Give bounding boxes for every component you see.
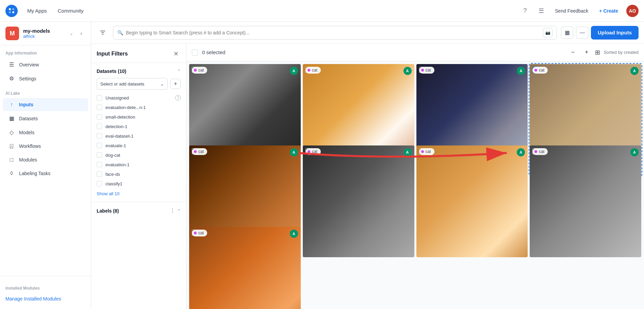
- nav-links: My Apps Community: [23, 6, 87, 16]
- image-tag-2: cat: [419, 67, 434, 74]
- dataset-name-3: detection-1: [105, 124, 181, 129]
- dataset-select-placeholder: Select or add datasets: [100, 81, 144, 87]
- app-owner[interactable]: alfrick: [23, 34, 66, 39]
- content-body: Input Filters ✕ Datasets (10) ⌃ Select o…: [91, 44, 644, 309]
- labels-collapse-button[interactable]: ⌃: [177, 208, 181, 213]
- sidebar-item-inputs-label: Inputs: [19, 102, 33, 107]
- logo-dot-1: [9, 8, 11, 10]
- image-user-avatar-8: A: [290, 230, 298, 238]
- logo[interactable]: [5, 5, 18, 17]
- grid-icon-button[interactable]: ▦: [561, 27, 573, 39]
- dataset-checkbox-5[interactable]: [97, 143, 102, 148]
- tag-label-8: cat: [198, 231, 204, 235]
- dataset-item-4: eval-dataset-1: [97, 131, 181, 141]
- dataset-name-7: evaluation-1: [105, 162, 181, 167]
- target-icon-button[interactable]: ⸻: [576, 27, 588, 39]
- search-input[interactable]: [126, 30, 540, 35]
- image-cell-5[interactable]: cat A: [303, 145, 414, 257]
- upload-inputs-button[interactable]: Upload Inputs: [591, 26, 639, 40]
- image-cell-8[interactable]: cat A: [189, 227, 301, 309]
- grid-toolbar: 0 selected − + ⊞ Sorted by created: [186, 44, 644, 61]
- sidebar-item-inputs[interactable]: ↑ Inputs: [3, 98, 88, 111]
- sidebar-item-models[interactable]: ◇ Models: [3, 126, 88, 139]
- top-nav: My Apps Community ? ☰ Send Feedback + Cr…: [0, 0, 644, 22]
- notifications-button[interactable]: ☰: [536, 5, 547, 16]
- dataset-item-1: evaluation-dete...n-1: [97, 103, 181, 112]
- dataset-help-unassigned[interactable]: ?: [175, 95, 181, 101]
- view-toggle-button[interactable]: ⊞: [595, 49, 600, 56]
- labels-options-button[interactable]: ⋮: [170, 207, 175, 214]
- sidebar-item-overview[interactable]: ☰ Overview: [3, 58, 88, 71]
- add-dataset-button[interactable]: +: [170, 79, 181, 89]
- dataset-checkbox-9[interactable]: [97, 181, 102, 186]
- tag-label-6: cat: [426, 149, 431, 154]
- image-search-icon[interactable]: 📷: [543, 28, 552, 37]
- image-user-avatar-2: A: [517, 67, 525, 75]
- dataset-checkbox-2[interactable]: [97, 114, 102, 120]
- logo-dot-2: [12, 8, 14, 10]
- image-user-avatar-1: A: [403, 67, 412, 75]
- main-layout: M my-models alfrick ⌄ ‹ App Information …: [0, 22, 644, 309]
- search-bar: 🔍 📷: [113, 26, 557, 40]
- tag-dot-8: [194, 232, 197, 234]
- app-name: my-models: [23, 28, 66, 34]
- image-user-avatar-4: A: [290, 148, 298, 156]
- image-tag-0: cat: [192, 67, 207, 74]
- content-area: 🔍 📷 ▦ ⸻ Upload Inputs Input Filters ✕ Da: [91, 22, 644, 309]
- sidebar-item-labeling-tasks[interactable]: ◊ Labeling Tasks: [3, 167, 88, 180]
- tag-dot-3: [534, 69, 537, 72]
- image-grid-area: 0 selected − + ⊞ Sorted by created: [186, 44, 644, 309]
- sidebar-item-labeling-tasks-label: Labeling Tasks: [19, 171, 50, 176]
- user-avatar[interactable]: AO: [626, 5, 639, 17]
- dataset-checkbox-4[interactable]: [97, 133, 102, 139]
- labels-section: Labels (8) ⋮ ⌃: [91, 202, 186, 219]
- sidebar-item-workflows-label: Workflows: [19, 143, 41, 149]
- tag-dot-4: [194, 150, 197, 153]
- dataset-item-8: face-ds: [97, 169, 181, 179]
- dataset-select[interactable]: Select or add datasets ⌄: [97, 78, 168, 90]
- logo-dot-3: [9, 11, 11, 13]
- datasets-collapse-button[interactable]: ⌃: [177, 69, 181, 74]
- dataset-checkbox-3[interactable]: [97, 124, 102, 129]
- manage-installed-modules-link[interactable]: Manage Installed Modules: [0, 293, 91, 305]
- nav-link-my-apps[interactable]: My Apps: [23, 6, 51, 16]
- zoom-in-button[interactable]: +: [581, 47, 592, 58]
- models-icon: ◇: [8, 129, 15, 136]
- dataset-name-8: face-ds: [105, 172, 181, 177]
- dataset-checkbox-6[interactable]: [97, 152, 102, 158]
- dataset-name-unassigned: Unassigned: [105, 95, 172, 101]
- app-dropdown-chevron[interactable]: ⌄: [70, 31, 73, 36]
- dataset-checkbox-unassigned[interactable]: [97, 95, 102, 101]
- dataset-name-1: evaluation-dete...n-1: [105, 105, 181, 110]
- create-button[interactable]: + Create: [596, 6, 621, 16]
- select-all-checkbox[interactable]: [192, 49, 198, 56]
- datasets-icon: ▦: [8, 115, 15, 122]
- image-cell-6[interactable]: cat A: [416, 145, 528, 257]
- filter-button[interactable]: [97, 27, 109, 39]
- dataset-checkbox-8[interactable]: [97, 171, 102, 177]
- dataset-item-2: small-detection: [97, 112, 181, 122]
- image-cell-7[interactable]: cat A: [530, 145, 641, 257]
- filter-panel-close-button[interactable]: ✕: [171, 49, 181, 59]
- sidebar-item-modules[interactable]: □ Modules: [3, 153, 88, 166]
- app-info: my-models alfrick: [23, 28, 66, 39]
- dataset-checkbox-7[interactable]: [97, 162, 102, 167]
- installed-modules-label: Installed Modules: [0, 280, 91, 293]
- zoom-out-button[interactable]: −: [568, 47, 578, 58]
- image-user-avatar-6: A: [517, 148, 525, 156]
- nav-link-community[interactable]: Community: [54, 6, 88, 16]
- nav-right: ? ☰ Send Feedback + Create AO: [519, 5, 639, 17]
- dataset-item-5: evaluate-1: [97, 141, 181, 150]
- sidebar-collapse-button[interactable]: ‹: [77, 29, 85, 37]
- grid-toolbar-right: − + ⊞ Sorted by created: [568, 47, 639, 58]
- dataset-checkbox-1[interactable]: [97, 105, 102, 110]
- send-feedback-button[interactable]: Send Feedback: [552, 6, 591, 16]
- sidebar-item-workflows[interactable]: ⍓ Workflows: [3, 140, 88, 153]
- show-all-datasets-link[interactable]: Show all 10: [97, 188, 181, 196]
- tag-dot-0: [194, 69, 197, 72]
- sidebar-item-settings[interactable]: ⚙ Settings: [3, 72, 88, 85]
- tag-dot-5: [308, 150, 310, 153]
- sidebar-item-datasets[interactable]: ▦ Datasets: [3, 112, 88, 125]
- dataset-select-row: Select or add datasets ⌄ +: [97, 78, 181, 90]
- help-button[interactable]: ?: [519, 5, 530, 16]
